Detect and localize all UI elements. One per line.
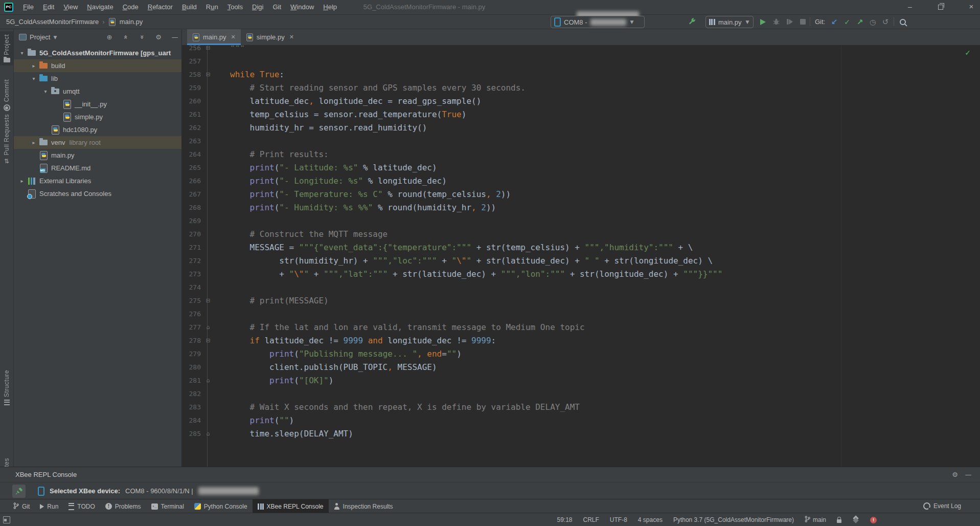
code-line[interactable]: 276 [182, 307, 980, 320]
sidebar-item-structure[interactable]: Structure [0, 367, 13, 408]
code-line[interactable]: 273 + "\"" + ""","lat":""" + str(latitud… [182, 267, 980, 280]
code-line[interactable]: 269 [182, 214, 980, 227]
code-line[interactable]: 265 print("- Latitude: %s" % latitude_de… [182, 161, 980, 174]
code-line[interactable]: 270 # Construct the MQTT message [182, 227, 980, 240]
status-caret-position[interactable]: 59:18 [557, 516, 572, 523]
git-commit-button[interactable]: ✓ [841, 15, 853, 29]
tool-window-tab-git[interactable]: Git [8, 499, 35, 513]
code-line[interactable]: 283 # Wait X seconds and then repeat, X … [182, 400, 980, 413]
fold-marker-icon[interactable]: ⌂ [204, 430, 212, 437]
run-button[interactable] [757, 15, 769, 29]
event-log-button[interactable]: Event Log [923, 499, 961, 513]
tree-item-umqtt[interactable]: ▾umqtt [14, 85, 181, 98]
chevron-down-icon[interactable]: ▾ [40, 89, 51, 94]
code-line[interactable]: 256⊟""" [182, 46, 980, 54]
code-line[interactable]: 280 client.publish(PUB_TOPIC, MESSAGE) [182, 360, 980, 374]
run-config-combo[interactable]: main.py ▼ [705, 16, 754, 28]
code-line[interactable]: 278⊟ if latitude_dec != 9999 and longitu… [182, 334, 980, 347]
code-line[interactable]: 261 temp_celsius = sensor.read_temperatu… [182, 107, 980, 121]
code-line[interactable]: 272 str(humidity_hr) + ""","loc":""" + "… [182, 254, 980, 267]
fold-marker-icon[interactable]: ⊟ [204, 297, 212, 304]
status-file-encoding[interactable]: UTF-8 [610, 516, 627, 523]
local-history-button[interactable]: ◷ [867, 15, 879, 29]
chevron-down-icon[interactable]: ▾ [29, 76, 39, 81]
console-hide-button[interactable]: — [962, 471, 975, 478]
menu-item-view[interactable]: View [59, 0, 82, 14]
code-line[interactable]: 263 [182, 134, 980, 147]
minimize-button[interactable]: – [902, 0, 918, 13]
fold-marker-icon[interactable]: ⊟ [204, 46, 212, 51]
menu-item-tools[interactable]: Tools [223, 0, 247, 14]
inspection-status-icon[interactable]: ✓ [965, 49, 971, 57]
fold-marker-icon[interactable]: ⊟ [204, 337, 212, 344]
chevron-down-icon[interactable]: ▼ [53, 35, 57, 40]
menu-item-navigate[interactable]: Navigate [82, 0, 118, 14]
collapse-all-button[interactable]: » [135, 33, 149, 41]
tool-window-tab-problems[interactable]: Problems [100, 499, 146, 513]
chevron-right-icon[interactable]: ▸ [29, 140, 39, 145]
code-line[interactable]: 267 print("- Temperature: %s C" % round(… [182, 187, 980, 201]
status-notifications[interactable] [870, 517, 877, 523]
menu-item-git[interactable]: Git [268, 0, 286, 14]
status-highlighting-level[interactable] [852, 516, 859, 523]
chevron-right-icon[interactable]: ▸ [17, 178, 27, 184]
sidebar-item-commit[interactable]: Commit [0, 76, 13, 114]
code-line[interactable]: 281⌂ print("[OK]") [182, 374, 980, 387]
code-line[interactable]: 277⌂ # If the lat and lon are valid, tra… [182, 320, 980, 334]
tab-main-py[interactable]: main.py ✕ [187, 29, 241, 45]
tree-item-build[interactable]: ▸build [14, 59, 181, 72]
search-everywhere-button[interactable] [896, 15, 909, 29]
git-update-button[interactable]: ↙ [828, 15, 840, 29]
chevron-right-icon[interactable]: ▸ [29, 63, 39, 69]
git-push-button[interactable]: ↗ [854, 15, 866, 29]
chevron-down-icon[interactable]: ▾ [17, 50, 27, 56]
status-git-branch[interactable]: main [805, 516, 826, 524]
menu-item-digi[interactable]: Digi [247, 0, 268, 14]
code-line[interactable]: 262 humidity_hr = sensor.read_humidity() [182, 121, 980, 134]
tree-item-lib[interactable]: ▾lib [14, 72, 181, 85]
code-line[interactable]: 271 MESSAGE = """{"event_data":{"tempera… [182, 240, 980, 254]
menu-item-refactor[interactable]: Refactor [143, 0, 177, 14]
status-readonly-toggle[interactable] [837, 517, 841, 523]
tree-item-hdc1080-py[interactable]: hdc1080.py [14, 123, 181, 136]
code-editor[interactable]: 256⊟"""257258⊟while True:259 # Start rea… [182, 46, 980, 467]
code-line[interactable]: 257 [182, 54, 980, 68]
tool-window-tab-todo[interactable]: TODO [63, 499, 100, 513]
xbee-device-combo[interactable]: COM8 - ▼ [551, 16, 645, 28]
tree-item-scratches-and-consoles[interactable]: Scratches and Consoles [14, 187, 181, 200]
code-line[interactable]: 264 # Print results: [182, 147, 980, 161]
tree-item-readme-md[interactable]: README.md [14, 162, 181, 174]
menu-item-window[interactable]: Window [286, 0, 318, 14]
tool-window-tab-xbee-repl-console[interactable]: XBee REPL Console [253, 499, 329, 513]
tree-item-venv[interactable]: ▸venvlibrary root [14, 136, 181, 149]
tree-item-external-libraries[interactable]: ▸External Libraries [14, 174, 181, 187]
run-coverage-button[interactable] [783, 15, 795, 29]
tree-item-5g-coldassetmonitorfirmware-gps-uart[interactable]: ▾5G_ColdAssetMonitorFirmware [gps_uart [14, 47, 181, 59]
code-line[interactable]: 266 print("- Longitude: %s" % longitude_… [182, 174, 980, 187]
code-line[interactable]: 260 latitude_dec, longitude_dec = read_g… [182, 94, 980, 107]
build-wrench-button[interactable] [685, 15, 698, 29]
menu-item-edit[interactable]: Edit [38, 0, 59, 14]
code-line[interactable]: 282 [182, 387, 980, 400]
menu-item-build[interactable]: Build [177, 0, 201, 14]
menu-item-help[interactable]: Help [318, 0, 341, 14]
expand-all-button[interactable]: « [119, 33, 132, 41]
code-line[interactable]: 258⊟while True: [182, 68, 980, 81]
status-indent-style[interactable]: 4 spaces [638, 516, 663, 523]
status-python-interpreter[interactable]: Python 3.7 (5G_ColdAssetMonitorFirmware) [673, 516, 794, 523]
hide-panel-button[interactable]: — [168, 33, 181, 41]
debug-button[interactable] [770, 15, 782, 29]
close-button[interactable]: × [964, 0, 979, 13]
sidebar-item-project[interactable]: Project [0, 31, 13, 65]
code-line[interactable]: 279 print("Publishing message... ", end=… [182, 347, 980, 360]
tool-window-tab-inspection-results[interactable]: Inspection Results [329, 499, 398, 513]
tab-simple-py[interactable]: simple.py ✕ [241, 29, 299, 45]
code-line[interactable]: 274 [182, 280, 980, 294]
tree-item-simple-py[interactable]: simple.py [14, 111, 181, 123]
tool-window-tab-terminal[interactable]: Terminal [146, 499, 189, 513]
breadcrumb-file[interactable]: main.py [120, 18, 143, 26]
connect-device-button[interactable] [12, 485, 26, 498]
code-line[interactable]: 275⊟ # print(MESSAGE) [182, 294, 980, 307]
breadcrumb-project[interactable]: 5G_ColdAssetMonitorFirmware [6, 18, 99, 26]
menu-item-code[interactable]: Code [118, 0, 143, 14]
